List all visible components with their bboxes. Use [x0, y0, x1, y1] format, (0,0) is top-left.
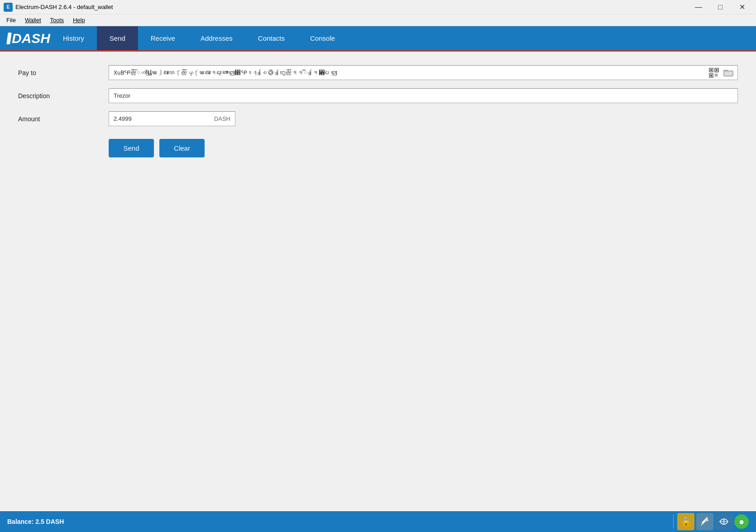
- tools-icon[interactable]: [696, 513, 713, 530]
- maximize-button[interactable]: □: [710, 0, 731, 14]
- svg-rect-8: [715, 76, 716, 76]
- svg-rect-7: [717, 74, 718, 75]
- amount-unit: DASH: [210, 112, 235, 126]
- description-label: Description: [18, 92, 109, 100]
- main-content: Pay to: [0, 52, 756, 511]
- window-title: Electrum-DASH 2.6.4 - default_wallet: [15, 4, 688, 10]
- logo-text: DASH: [12, 31, 50, 46]
- svg-rect-10: [716, 75, 717, 76]
- pay-to-input[interactable]: [109, 66, 708, 80]
- balance-text: Balance: 2.5 DASH: [7, 518, 670, 525]
- app-icon: E: [4, 3, 13, 12]
- clear-button[interactable]: Clear: [159, 139, 205, 157]
- titlebar: E Electrum-DASH 2.6.4 - default_wallet —…: [0, 0, 756, 14]
- menu-file[interactable]: File: [2, 16, 20, 24]
- pay-to-field: [109, 65, 738, 80]
- menu-tools[interactable]: Tools: [46, 16, 68, 24]
- amount-input[interactable]: [109, 112, 210, 126]
- dash-logo: DASH: [7, 26, 50, 50]
- tab-history[interactable]: History: [50, 26, 97, 50]
- svg-rect-9: [717, 76, 718, 76]
- qr-code-button[interactable]: [708, 66, 720, 79]
- tab-console[interactable]: Console: [297, 26, 348, 50]
- pay-to-container: [109, 65, 738, 80]
- folder-button[interactable]: [722, 66, 735, 79]
- menu-help[interactable]: Help: [68, 16, 90, 24]
- tab-addresses[interactable]: Addresses: [188, 26, 245, 50]
- button-row: Send Clear: [18, 139, 738, 157]
- navbar: DASH History Send Receive Addresses Cont…: [0, 26, 756, 52]
- statusbar: Balance: 2.5 DASH 🔒 ●: [0, 511, 756, 532]
- pay-to-row: Pay to: [18, 65, 738, 80]
- amount-label: Amount: [18, 115, 109, 123]
- svg-rect-5: [710, 75, 712, 76]
- send-button[interactable]: Send: [109, 139, 154, 157]
- close-button[interactable]: ✕: [732, 0, 752, 14]
- svg-rect-1: [710, 69, 712, 71]
- statusbar-separator: [673, 515, 674, 528]
- description-row: Description: [18, 88, 738, 103]
- menubar: File Wallet Tools Help: [0, 14, 756, 26]
- description-input[interactable]: [109, 88, 738, 103]
- tab-receive[interactable]: Receive: [138, 26, 188, 50]
- pay-to-label: Pay to: [18, 69, 109, 76]
- amount-field: DASH: [109, 111, 738, 126]
- statusbar-icons: 🔒 ●: [677, 513, 749, 530]
- svg-rect-6: [715, 74, 716, 75]
- menu-wallet[interactable]: Wallet: [20, 16, 46, 24]
- svg-rect-3: [716, 69, 718, 71]
- description-field: [109, 88, 738, 103]
- active-status-icon: ●: [734, 514, 749, 529]
- window-controls: — □ ✕: [688, 0, 752, 14]
- logo-bar: [6, 33, 12, 44]
- network-icon[interactable]: [715, 513, 732, 530]
- tab-send[interactable]: Send: [97, 26, 138, 50]
- amount-container: DASH: [109, 111, 235, 126]
- minimize-button[interactable]: —: [688, 0, 709, 14]
- pay-to-icons: [708, 66, 737, 79]
- tab-contacts[interactable]: Contacts: [245, 26, 297, 50]
- amount-row: Amount DASH: [18, 111, 738, 126]
- lock-icon[interactable]: 🔒: [677, 513, 694, 530]
